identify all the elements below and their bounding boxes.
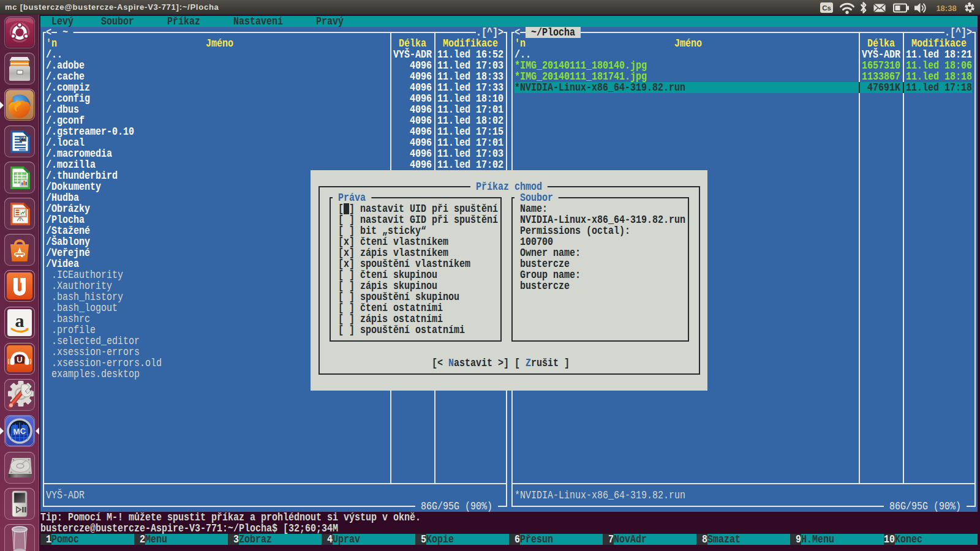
svg-text:a: a	[15, 310, 24, 331]
svg-text:18:38: 18:38	[936, 4, 956, 13]
svg-text:Cs: Cs	[822, 4, 831, 12]
svg-text:MC: MC	[13, 426, 26, 436]
svg-text:U: U	[17, 355, 22, 364]
